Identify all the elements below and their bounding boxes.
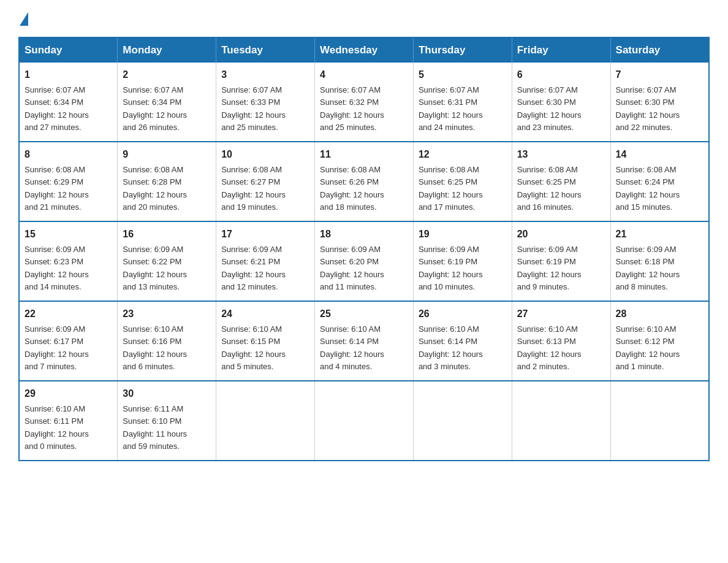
day-number: 8 (25, 147, 112, 162)
calendar-empty-cell (512, 381, 610, 461)
calendar-day-cell: 15 Sunrise: 6:09 AMSunset: 6:23 PMDaylig… (19, 221, 118, 301)
column-header-thursday: Thursday (413, 37, 512, 63)
day-info: Sunrise: 6:07 AMSunset: 6:33 PMDaylight:… (221, 85, 286, 132)
day-number: 4 (320, 67, 408, 82)
logo-triangle-icon (20, 12, 28, 26)
day-number: 20 (517, 227, 605, 242)
calendar-day-cell: 22 Sunrise: 6:09 AMSunset: 6:17 PMDaylig… (19, 301, 118, 381)
day-info: Sunrise: 6:07 AMSunset: 6:34 PMDaylight:… (25, 85, 89, 132)
column-header-saturday: Saturday (610, 37, 709, 63)
calendar-day-cell: 4 Sunrise: 6:07 AMSunset: 6:32 PMDayligh… (315, 63, 414, 142)
day-number: 22 (25, 307, 112, 321)
day-info: Sunrise: 6:09 AMSunset: 6:21 PMDaylight:… (221, 245, 286, 291)
calendar-day-cell: 1 Sunrise: 6:07 AMSunset: 6:34 PMDayligh… (19, 63, 118, 142)
day-info: Sunrise: 6:11 AMSunset: 6:10 PMDaylight:… (123, 404, 187, 451)
day-info: Sunrise: 6:07 AMSunset: 6:32 PMDaylight:… (320, 85, 384, 132)
day-info: Sunrise: 6:08 AMSunset: 6:24 PMDaylight:… (616, 165, 680, 212)
calendar-day-cell: 3 Sunrise: 6:07 AMSunset: 6:33 PMDayligh… (216, 63, 315, 142)
day-info: Sunrise: 6:07 AMSunset: 6:30 PMDaylight:… (517, 85, 582, 132)
calendar-empty-cell (413, 381, 512, 461)
calendar-day-cell: 28 Sunrise: 6:10 AMSunset: 6:12 PMDaylig… (610, 301, 709, 381)
day-info: Sunrise: 6:09 AMSunset: 6:18 PMDaylight:… (616, 245, 680, 291)
calendar-week-row: 15 Sunrise: 6:09 AMSunset: 6:23 PMDaylig… (19, 221, 709, 301)
day-number: 24 (221, 307, 309, 321)
day-number: 11 (320, 147, 408, 162)
day-number: 17 (221, 227, 309, 242)
day-number: 23 (123, 307, 211, 321)
calendar-empty-cell (315, 381, 414, 461)
calendar-day-cell: 20 Sunrise: 6:09 AMSunset: 6:19 PMDaylig… (512, 221, 610, 301)
day-info: Sunrise: 6:08 AMSunset: 6:27 PMDaylight:… (221, 165, 286, 212)
day-info: Sunrise: 6:10 AMSunset: 6:15 PMDaylight:… (221, 324, 286, 371)
calendar-day-cell: 17 Sunrise: 6:09 AMSunset: 6:21 PMDaylig… (216, 221, 315, 301)
day-info: Sunrise: 6:07 AMSunset: 6:34 PMDaylight:… (123, 85, 187, 132)
calendar-day-cell: 29 Sunrise: 6:10 AMSunset: 6:11 PMDaylig… (19, 381, 118, 461)
calendar-day-cell: 21 Sunrise: 6:09 AMSunset: 6:18 PMDaylig… (610, 221, 709, 301)
calendar-day-cell: 5 Sunrise: 6:07 AMSunset: 6:31 PMDayligh… (413, 63, 512, 142)
day-number: 18 (320, 227, 408, 242)
calendar-day-cell: 25 Sunrise: 6:10 AMSunset: 6:14 PMDaylig… (315, 301, 414, 381)
calendar-day-cell: 9 Sunrise: 6:08 AMSunset: 6:28 PMDayligh… (118, 142, 216, 221)
calendar-day-cell: 12 Sunrise: 6:08 AMSunset: 6:25 PMDaylig… (413, 142, 512, 221)
calendar-day-cell: 8 Sunrise: 6:08 AMSunset: 6:29 PMDayligh… (19, 142, 118, 221)
calendar-day-cell: 26 Sunrise: 6:10 AMSunset: 6:14 PMDaylig… (413, 301, 512, 381)
page-header (18, 12, 710, 25)
column-header-wednesday: Wednesday (315, 37, 414, 63)
column-header-monday: Monday (118, 37, 216, 63)
day-number: 12 (419, 147, 507, 162)
day-number: 13 (517, 147, 605, 162)
day-info: Sunrise: 6:10 AMSunset: 6:11 PMDaylight:… (25, 404, 89, 451)
day-info: Sunrise: 6:09 AMSunset: 6:19 PMDaylight:… (517, 245, 582, 291)
day-info: Sunrise: 6:09 AMSunset: 6:23 PMDaylight:… (25, 245, 89, 291)
day-info: Sunrise: 6:07 AMSunset: 6:30 PMDaylight:… (616, 85, 680, 132)
day-number: 5 (419, 67, 507, 82)
day-info: Sunrise: 6:09 AMSunset: 6:19 PMDaylight:… (419, 245, 483, 291)
day-info: Sunrise: 6:08 AMSunset: 6:29 PMDaylight:… (25, 165, 89, 212)
day-info: Sunrise: 6:08 AMSunset: 6:28 PMDaylight:… (123, 165, 187, 212)
day-number: 14 (616, 147, 703, 162)
calendar-week-row: 1 Sunrise: 6:07 AMSunset: 6:34 PMDayligh… (19, 63, 709, 142)
day-number: 7 (616, 67, 703, 82)
calendar-day-cell: 13 Sunrise: 6:08 AMSunset: 6:25 PMDaylig… (512, 142, 610, 221)
calendar-day-cell: 2 Sunrise: 6:07 AMSunset: 6:34 PMDayligh… (118, 63, 216, 142)
calendar-empty-cell (216, 381, 315, 461)
day-info: Sunrise: 6:10 AMSunset: 6:12 PMDaylight:… (616, 324, 680, 371)
day-info: Sunrise: 6:08 AMSunset: 6:26 PMDaylight:… (320, 165, 384, 212)
calendar-day-cell: 30 Sunrise: 6:11 AMSunset: 6:10 PMDaylig… (118, 381, 216, 461)
calendar-day-cell: 7 Sunrise: 6:07 AMSunset: 6:30 PMDayligh… (610, 63, 709, 142)
day-info: Sunrise: 6:10 AMSunset: 6:16 PMDaylight:… (123, 324, 187, 371)
day-number: 28 (616, 307, 703, 321)
calendar-empty-cell (610, 381, 709, 461)
column-header-tuesday: Tuesday (216, 37, 315, 63)
day-info: Sunrise: 6:09 AMSunset: 6:17 PMDaylight:… (25, 324, 89, 371)
day-number: 9 (123, 147, 211, 162)
calendar-day-cell: 24 Sunrise: 6:10 AMSunset: 6:15 PMDaylig… (216, 301, 315, 381)
calendar-week-row: 22 Sunrise: 6:09 AMSunset: 6:17 PMDaylig… (19, 301, 709, 381)
calendar-day-cell: 16 Sunrise: 6:09 AMSunset: 6:22 PMDaylig… (118, 221, 216, 301)
day-info: Sunrise: 6:10 AMSunset: 6:14 PMDaylight:… (419, 324, 483, 371)
day-info: Sunrise: 6:09 AMSunset: 6:22 PMDaylight:… (123, 245, 187, 291)
day-number: 15 (25, 227, 112, 242)
calendar-week-row: 29 Sunrise: 6:10 AMSunset: 6:11 PMDaylig… (19, 381, 709, 461)
day-info: Sunrise: 6:08 AMSunset: 6:25 PMDaylight:… (419, 165, 483, 212)
calendar-day-cell: 10 Sunrise: 6:08 AMSunset: 6:27 PMDaylig… (216, 142, 315, 221)
day-number: 30 (123, 386, 211, 401)
calendar-week-row: 8 Sunrise: 6:08 AMSunset: 6:29 PMDayligh… (19, 142, 709, 221)
day-info: Sunrise: 6:10 AMSunset: 6:13 PMDaylight:… (517, 324, 582, 371)
day-info: Sunrise: 6:10 AMSunset: 6:14 PMDaylight:… (320, 324, 384, 371)
calendar-day-cell: 14 Sunrise: 6:08 AMSunset: 6:24 PMDaylig… (610, 142, 709, 221)
calendar-day-cell: 19 Sunrise: 6:09 AMSunset: 6:19 PMDaylig… (413, 221, 512, 301)
day-number: 16 (123, 227, 211, 242)
day-number: 26 (419, 307, 507, 321)
day-info: Sunrise: 6:08 AMSunset: 6:25 PMDaylight:… (517, 165, 582, 212)
calendar-day-cell: 27 Sunrise: 6:10 AMSunset: 6:13 PMDaylig… (512, 301, 610, 381)
logo (18, 12, 29, 25)
day-number: 25 (320, 307, 408, 321)
day-number: 6 (517, 67, 605, 82)
day-number: 27 (517, 307, 605, 321)
day-number: 29 (25, 386, 112, 401)
day-number: 2 (123, 67, 211, 82)
calendar-header-row: SundayMondayTuesdayWednesdayThursdayFrid… (19, 37, 709, 63)
column-header-friday: Friday (512, 37, 610, 63)
day-number: 3 (221, 67, 309, 82)
